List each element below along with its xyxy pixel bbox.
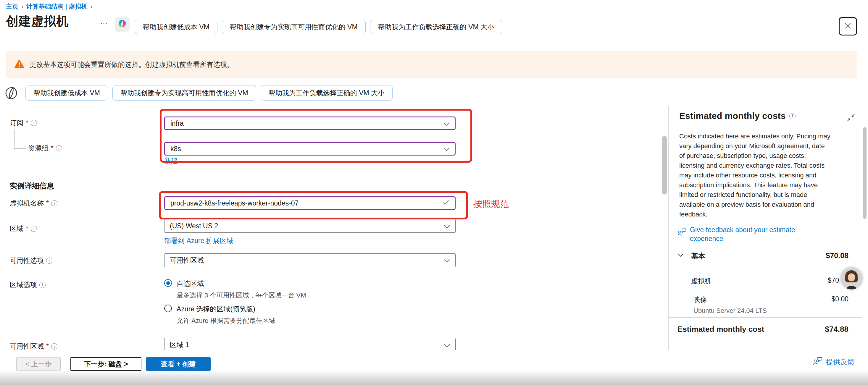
cost-panel-divider	[669, 317, 862, 318]
availability-zone-value: 区域 1	[170, 340, 189, 350]
chevron-down-icon	[444, 341, 450, 349]
resource-group-dropdown[interactable]: k8s	[164, 142, 456, 156]
copilot-suggestion-high-availability[interactable]: 帮助我创建专为实现高可用性而优化的 VM	[113, 85, 256, 100]
copilot-suggestion-low-cost[interactable]: 帮助我创建低成本 VM	[26, 85, 108, 100]
tree-connector-horizontal	[14, 149, 26, 149]
page-title: 创建虚拟机	[6, 13, 69, 30]
chevron-down-icon	[444, 256, 450, 264]
main-scrollbar-thumb[interactable]	[662, 136, 667, 195]
cost-feedback-link[interactable]: Give feedback about your estimate experi…	[690, 225, 826, 243]
tree-connector-vertical	[14, 130, 14, 149]
cost-total-label: Estimated monthly cost	[678, 325, 764, 334]
radio-azure-selected-zones[interactable]	[164, 304, 172, 312]
edge-zone-link[interactable]: 部署到 Azure 扩展区域	[164, 236, 234, 246]
region-dropdown[interactable]: (US) West US 2	[164, 219, 456, 233]
header-copilot-suggestions: 帮助我创建低成本 VM 帮助我创建专为实现高可用性而优化的 VM 帮助我为工作负…	[135, 20, 502, 34]
cost-total-amount: $74.88	[825, 325, 848, 334]
breadcrumb: 主页 › 计算基础结构 | 虚拟机 ›	[6, 2, 92, 11]
region-label: 区域 *	[10, 224, 37, 233]
region-value: (US) West US 2	[170, 222, 218, 230]
cost-group-amount: $70.08	[826, 251, 848, 260]
info-icon[interactable]	[56, 145, 62, 151]
form-copilot-suggestions: 帮助我创建低成本 VM 帮助我创建专为实现高可用性而优化的 VM 帮助我为工作负…	[26, 85, 393, 100]
previous-step-button[interactable]: < 上一步	[16, 357, 61, 371]
subscription-label: 订阅 *	[10, 118, 37, 127]
subscription-value: infra	[170, 120, 184, 127]
close-button[interactable]	[839, 17, 857, 35]
cost-feedback-link-row: Give feedback about your estimate experi…	[678, 225, 826, 243]
required-mark: *	[26, 225, 28, 233]
info-icon[interactable]	[51, 200, 57, 206]
copilot-suggestion-right-size[interactable]: 帮助我为工作负载选择正确的 VM 大小	[370, 20, 502, 34]
required-mark: *	[51, 144, 54, 152]
copilot-outline-icon	[4, 86, 18, 101]
info-icon[interactable]	[39, 282, 45, 288]
zone-options-label: 区域选项	[10, 280, 45, 289]
breadcrumb-separator: ›	[90, 3, 92, 10]
subscription-dropdown[interactable]: infra	[164, 117, 456, 130]
overflow-menu-button[interactable]: …	[100, 17, 108, 26]
section-title-instance-details: 实例详细信息	[10, 181, 54, 191]
availability-options-label: 可用性选项	[10, 256, 52, 265]
vm-name-input[interactable]: prod-usw2-k8s-freeleaps-worker-nodes-07	[164, 196, 456, 210]
create-new-resource-group-link[interactable]: 新建	[164, 156, 178, 165]
chevron-down-icon	[444, 222, 450, 230]
availability-options-value: 可用性区域	[170, 256, 204, 265]
cost-group-chevron-icon[interactable]	[678, 253, 684, 258]
main-scrollbar-track[interactable]	[660, 106, 668, 350]
feedback-icon	[813, 357, 823, 367]
required-mark: *	[26, 119, 28, 127]
cost-panel-title-row: Estimated monthly costs	[679, 111, 796, 121]
warning-banner: 更改基本选项可能会重置所做的选择。创建虚拟机前查看所有选项。	[6, 51, 857, 78]
give-feedback-link[interactable]: 提供反馈	[826, 357, 855, 367]
panel-scrollbar-track[interactable]	[862, 124, 867, 350]
next-step-disks-button[interactable]: 下一步: 磁盘 >	[70, 357, 142, 371]
chevron-down-icon	[443, 120, 450, 127]
cost-item-amount: $0.00	[831, 295, 848, 303]
info-icon[interactable]	[789, 113, 796, 119]
info-icon[interactable]	[31, 226, 37, 232]
assistant-avatar[interactable]	[840, 267, 863, 289]
breadcrumb-section-link[interactable]: 计算基础结构 | 虚拟机	[26, 2, 88, 11]
cost-item-subtext: Ubuntu Server 24.04 LTS	[693, 307, 767, 315]
required-mark: *	[46, 199, 49, 207]
copilot-suggestion-low-cost[interactable]: 帮助我创建低成本 VM	[135, 20, 217, 34]
required-mark: *	[46, 343, 49, 350]
annotation-text: 按照规范	[473, 198, 509, 210]
radio-azure-selected-zones-label[interactable]: Azure 选择的区域(预览版)	[177, 304, 255, 314]
copilot-suggestion-high-availability[interactable]: 帮助我创建专为实现高可用性而优化的 VM	[222, 20, 366, 34]
warning-icon	[14, 59, 24, 70]
copilot-icon	[118, 19, 127, 30]
info-icon[interactable]	[51, 343, 57, 350]
info-icon[interactable]	[46, 258, 52, 264]
give-feedback-row: 提供反馈	[813, 357, 855, 367]
resource-group-value: k8s	[170, 145, 181, 153]
copilot-suggestion-right-size[interactable]: 帮助我为工作负载选择正确的 VM 大小	[261, 85, 393, 100]
collapse-panel-icon[interactable]	[847, 114, 855, 123]
cost-panel-description: Costs indicated here are estimates only.…	[679, 131, 832, 219]
resource-group-label: 资源组 *	[28, 144, 62, 153]
panel-divider	[668, 106, 669, 350]
panel-scrollbar-thumb[interactable]	[863, 127, 867, 219]
footer-bar: < 上一步 下一步: 磁盘 > 查看 + 创建 提供反馈	[0, 350, 868, 385]
copilot-button[interactable]	[115, 17, 130, 32]
cost-item-name: 虚拟机	[691, 277, 712, 286]
cost-panel-title: Estimated monthly costs	[679, 111, 786, 121]
availability-options-dropdown[interactable]: 可用性区域	[164, 253, 456, 267]
breadcrumb-separator: ›	[21, 3, 23, 10]
review-create-button[interactable]: 查看 + 创建	[146, 357, 211, 371]
info-icon[interactable]	[31, 120, 37, 126]
breadcrumb-home-link[interactable]: 主页	[6, 2, 18, 11]
chevron-down-icon	[443, 145, 450, 153]
radio-self-selected-zones-desc: 最多选择 3 个可用性区域，每个区域一台 VM	[177, 291, 306, 300]
cost-group-name[interactable]: 基本	[691, 251, 705, 261]
valid-check-icon	[442, 199, 450, 207]
vm-name-label: 虚拟机名称 *	[10, 199, 57, 208]
radio-self-selected-zones-label[interactable]: 自选区域	[177, 279, 204, 288]
close-icon	[843, 21, 852, 31]
feedback-icon	[678, 228, 687, 238]
cost-item-name: 映像	[693, 295, 707, 304]
vm-name-value: prod-usw2-k8s-freeleaps-worker-nodes-07	[170, 199, 299, 207]
radio-self-selected-zones[interactable]	[164, 279, 172, 287]
radio-azure-selected-zones-desc: 允许 Azure 根据需要分配最佳区域	[177, 316, 275, 325]
